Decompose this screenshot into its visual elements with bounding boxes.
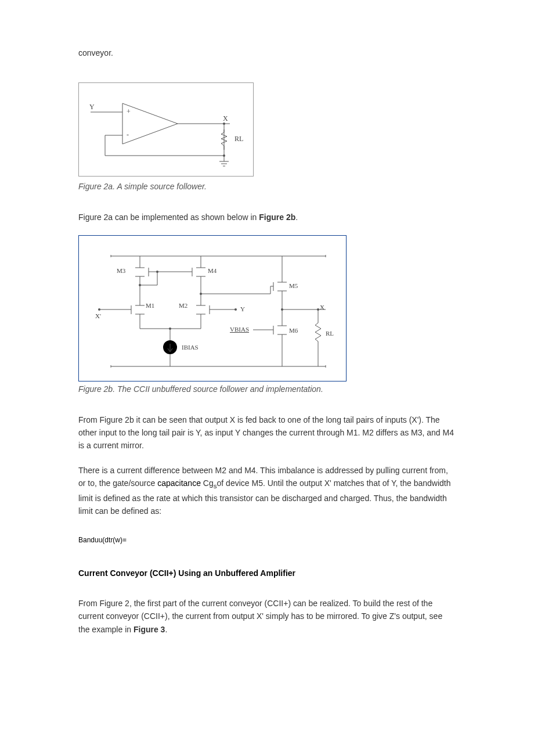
lead-in-text: conveyor. xyxy=(78,46,456,59)
svg-point-27 xyxy=(139,284,141,286)
figure-2b: M3 M4 M1 M2 M5 M6 X' Y X VBIAS IBIAS RL xyxy=(78,235,347,381)
label-vbias: VBIAS xyxy=(230,325,249,335)
label-rl: RL xyxy=(234,134,243,145)
label-m4: M4 xyxy=(208,266,217,276)
svg-point-55 xyxy=(200,293,202,295)
label-ibias: IBIAS xyxy=(182,343,199,353)
para3-bold: Figure 3 xyxy=(134,625,165,634)
label-m2: M2 xyxy=(179,301,187,311)
label-y: Y xyxy=(89,102,95,113)
label-m5: M5 xyxy=(289,281,298,291)
svg-point-50 xyxy=(169,327,171,330)
figure-2a: Y + - X RL xyxy=(78,82,254,177)
intro-2b-post: . xyxy=(295,213,298,222)
svg-point-47 xyxy=(234,308,237,311)
section-heading: Current Conveyor (CCII+) Using an Unbuff… xyxy=(78,567,456,579)
figure-2a-caption: Figure 2a. A simple source follower. xyxy=(78,180,456,193)
label-x: X xyxy=(223,113,228,124)
svg-point-69 xyxy=(281,308,283,311)
figure-2b-caption: Figure 2b. The CCII unbuffered source fo… xyxy=(78,383,456,395)
intro-2b-bold: Figure 2b xyxy=(259,213,295,222)
label-minus: - xyxy=(127,129,129,141)
paragraph-2: There is a current difference between M2… xyxy=(78,464,456,518)
svg-point-34 xyxy=(156,271,158,273)
figure-2b-svg xyxy=(79,236,346,381)
label-xprime: X' xyxy=(95,311,101,322)
svg-marker-0 xyxy=(122,103,178,144)
paragraph-1: From Figure 2b it can be seen that outpu… xyxy=(78,413,456,452)
svg-point-12 xyxy=(223,154,225,157)
para3-post: . xyxy=(165,625,167,634)
label-m6: M6 xyxy=(289,326,298,336)
paragraph-3: From Figure 2, the first part of the cur… xyxy=(78,597,456,636)
paper-page: conveyor. Y + - X xyxy=(0,0,534,756)
para2-mid: Cg xyxy=(201,478,214,488)
label-plus: + xyxy=(127,106,131,117)
label-y2: Y xyxy=(240,304,245,315)
label-m3: M3 xyxy=(117,266,125,276)
svg-point-41 xyxy=(98,308,100,311)
label-x2: X xyxy=(320,303,324,313)
capacitance-link[interactable]: capacitance xyxy=(157,478,201,488)
bandwidth-formula: Banduu(dtr(w)= xyxy=(78,535,456,546)
figure-2a-svg xyxy=(79,83,253,176)
label-m1: M1 xyxy=(146,301,154,311)
intro-2b-pre: Figure 2a can be implemented as shown be… xyxy=(78,213,259,222)
intro-2b: Figure 2a can be implemented as shown be… xyxy=(78,211,456,224)
label-rl2: RL xyxy=(326,329,334,339)
